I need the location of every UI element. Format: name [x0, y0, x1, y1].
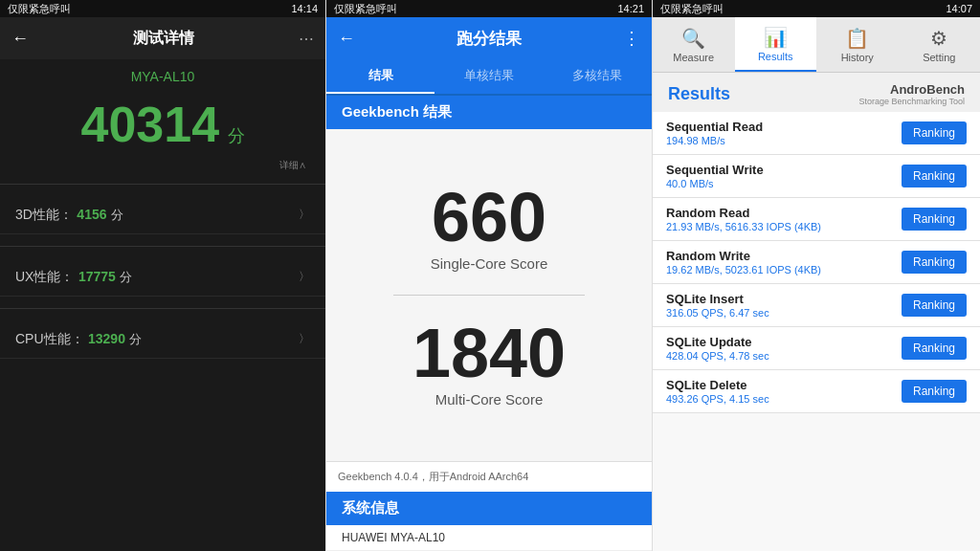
score-row-3d[interactable]: 3D性能： 4156 分 〉 [0, 196, 325, 234]
single-core-score: 660 [431, 183, 548, 252]
result-name-2: Random Read [666, 206, 821, 220]
share-icon-1[interactable]: ⋯ [299, 30, 314, 48]
ranking-button-1[interactable]: Ranking [902, 165, 967, 187]
result-info-2: Random Read 21.93 MB/s, 5616.33 IOPS (4K… [666, 206, 821, 232]
androbench-name: AndroBench [890, 82, 965, 97]
status-bar-2: 仅限紧急呼叫 14:21 [326, 0, 652, 17]
status-bar-time-3: 14:07 [946, 3, 972, 14]
result-value-3: 19.62 MB/s, 5023.61 IOPS (4KB) [666, 264, 821, 276]
results-list: Sequential Read 194.98 MB/s Ranking Sequ… [653, 112, 980, 551]
tab-history[interactable]: 📋 History [816, 17, 899, 72]
history-icon: 📋 [845, 27, 869, 50]
page-title-1: 测试详情 [133, 29, 194, 49]
result-name-6: SQLite Delete [666, 378, 769, 392]
result-value-1: 40.0 MB/s [666, 178, 764, 189]
multi-core-label: Multi-Core Score [412, 391, 566, 408]
panel-antutu: 仅限紧急呼叫 14:14 ← 测试详情 ⋯ MYA-AL10 40314 分 详… [0, 0, 325, 551]
more-icon-2[interactable]: ⋮ [623, 28, 640, 49]
ranking-button-5[interactable]: Ranking [902, 337, 967, 360]
result-info-3: Random Write 19.62 MB/s, 5023.61 IOPS (4… [666, 249, 821, 276]
details-label: 详细 [279, 160, 299, 170]
score-row-ux[interactable]: UX性能： 17775 分 〉 [0, 258, 325, 297]
result-info-5: SQLite Update 428.04 QPS, 4.78 sec [666, 335, 769, 362]
status-bar-left-3: 仅限紧急呼叫 [660, 2, 724, 16]
single-core-block: 660 Single-Core Score [431, 183, 548, 272]
main-score-block: 40314 分 [0, 88, 325, 157]
details-link[interactable]: 详细∧ [0, 157, 325, 172]
ranking-button-3[interactable]: Ranking [902, 251, 967, 274]
result-name-5: SQLite Update [666, 335, 769, 349]
multi-core-score: 1840 [412, 319, 566, 387]
back-button-2[interactable]: ← [338, 29, 355, 49]
result-info-0: Sequential Read 194.98 MB/s [666, 120, 763, 146]
androbench-tab-bar: 🔍 Measure 📊 Results 📋 History ⚙ Setting [653, 17, 980, 73]
back-button-1[interactable]: ← [11, 29, 29, 49]
tab-results-label: Results [758, 51, 793, 62]
geekbench-section-header: Geekbench 结果 [326, 96, 652, 129]
details-arrow: ∧ [299, 160, 306, 170]
result-value-6: 493.26 QPS, 4.15 sec [666, 393, 769, 405]
main-score-unit: 分 [228, 126, 245, 145]
result-value-2: 21.93 MB/s, 5616.33 IOPS (4KB) [666, 221, 821, 232]
device-name: MYA-AL10 [0, 59, 325, 88]
tab-results-3[interactable]: 📊 Results [735, 17, 817, 72]
nav-bar-1: ← 测试详情 ⋯ [0, 17, 325, 59]
results-icon: 📊 [764, 26, 788, 49]
result-info-6: SQLite Delete 493.26 QPS, 4.15 sec [666, 378, 769, 405]
score-unit-ux: 分 [120, 270, 132, 284]
panel-geekbench: 仅限紧急呼叫 14:21 ← 跑分结果 ⋮ 结果 单核结果 多核结果 Geekb… [325, 0, 653, 551]
page-title-2: 跑分结果 [457, 28, 522, 50]
result-info-4: SQLite Insert 316.05 QPS, 6.47 sec [666, 292, 769, 319]
tab-setting[interactable]: ⚙ Setting [899, 17, 981, 72]
tab-multi-core[interactable]: 多核结果 [544, 59, 652, 94]
result-item: Sequential Read 194.98 MB/s Ranking [653, 112, 980, 155]
result-item: SQLite Update 428.04 QPS, 4.78 sec Ranki… [653, 327, 980, 370]
result-info-1: Sequential Write 40.0 MB/s [666, 163, 764, 189]
divider-2 [0, 246, 325, 247]
score-unit-cpu: 分 [129, 332, 142, 346]
results-header: Results AndroBench Storage Benchmarking … [653, 73, 980, 112]
chevron-icon-3d: 〉 [299, 207, 310, 223]
status-bar-left-1: 仅限紧急呼叫 [8, 2, 71, 16]
chevron-icon-ux: 〉 [299, 269, 310, 285]
ranking-button-4[interactable]: Ranking [902, 294, 967, 317]
score-unit-3d: 分 [111, 208, 123, 222]
geekbench-scores-content: 660 Single-Core Score 1840 Multi-Core Sc… [326, 129, 652, 461]
score-separator [393, 295, 585, 296]
tab-setting-label: Setting [923, 52, 955, 63]
result-item: SQLite Delete 493.26 QPS, 4.15 sec Ranki… [653, 370, 980, 413]
system-device-row: HUAWEI MYA-AL10 [326, 525, 652, 551]
ranking-button-2[interactable]: Ranking [902, 208, 967, 231]
result-item: Sequential Write 40.0 MB/s Ranking [653, 155, 980, 198]
tab-bar-2: 结果 单核结果 多核结果 [326, 59, 652, 96]
tab-results[interactable]: 结果 [326, 59, 434, 94]
result-value-0: 194.98 MB/s [666, 135, 763, 146]
score-label-3d: 3D性能： 4156 分 [15, 206, 123, 224]
tab-history-label: History [841, 52, 874, 63]
ranking-button-0[interactable]: Ranking [902, 121, 967, 144]
result-name-1: Sequential Write [666, 163, 764, 177]
androbench-logo: AndroBench Storage Benchmarking Tool [859, 82, 965, 106]
result-item: Random Read 21.93 MB/s, 5616.33 IOPS (4K… [653, 198, 980, 241]
nav-bar-2: ← 跑分结果 ⋮ [326, 17, 652, 59]
result-value-4: 316.05 QPS, 6.47 sec [666, 307, 769, 319]
status-bar-left-2: 仅限紧急呼叫 [334, 2, 397, 16]
single-core-label: Single-Core Score [431, 255, 548, 272]
androbench-sub: Storage Benchmarking Tool [859, 97, 965, 106]
status-bar-time-2: 14:21 [617, 3, 644, 14]
score-value-ux: 17775 [78, 269, 116, 284]
multi-core-block: 1840 Multi-Core Score [412, 319, 566, 408]
status-bar-time-1: 14:14 [291, 3, 318, 14]
score-label-ux: UX性能： 17775 分 [15, 268, 132, 286]
setting-icon: ⚙ [930, 27, 947, 50]
result-item: Random Write 19.62 MB/s, 5023.61 IOPS (4… [653, 241, 980, 284]
ranking-button-6[interactable]: Ranking [902, 380, 967, 403]
result-name-0: Sequential Read [666, 120, 763, 134]
divider-1 [0, 184, 325, 185]
score-value-cpu: 13290 [88, 331, 125, 346]
status-bar-1: 仅限紧急呼叫 14:14 [0, 0, 325, 17]
tab-single-core[interactable]: 单核结果 [434, 59, 543, 94]
score-row-cpu[interactable]: CPU性能： 13290 分 〉 [0, 320, 325, 359]
tab-measure[interactable]: 🔍 Measure [653, 17, 735, 72]
score-label-cpu: CPU性能： 13290 分 [15, 330, 142, 348]
